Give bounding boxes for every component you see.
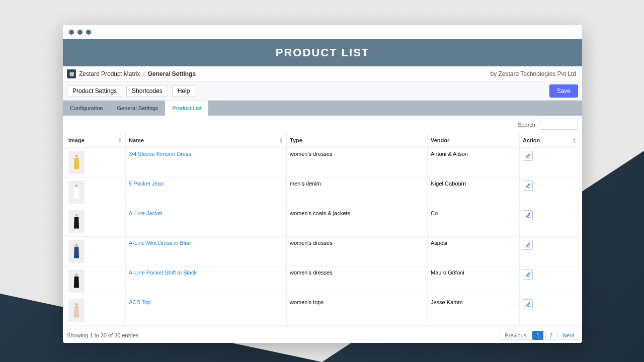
sort-icon: ▲▼: [279, 137, 283, 144]
cell-vendor: Mauro Grifoni: [427, 266, 519, 296]
cell-action: [520, 237, 580, 266]
table-row: A-Line Pocket Shift in Blackwomen's dres…: [65, 266, 580, 296]
window-titlebar: [63, 25, 582, 39]
product-table: Image ▲▼ Name ▲▼ Type Vendor Action: [65, 133, 580, 326]
product-thumbnail[interactable]: [68, 240, 85, 263]
page-banner: PRODUCT LIST: [63, 39, 582, 66]
th-action[interactable]: Action ▲▼: [520, 133, 580, 148]
vendor-credit: by Zestard Technologies Pvt Ltd: [490, 70, 578, 77]
edit-action-button[interactable]: [523, 269, 533, 280]
help-button[interactable]: Help: [172, 85, 196, 97]
search-input[interactable]: [540, 120, 578, 130]
shortcodes-button[interactable]: Shortcodes: [126, 85, 168, 97]
svg-point-3: [75, 244, 77, 246]
table-row: 3/4 Sleeve Kimono Dresswomen's dressesAn…: [65, 148, 580, 177]
breadcrumb-app[interactable]: Zestard Product Matrix: [79, 70, 140, 77]
page-next[interactable]: Next: [558, 331, 578, 340]
cell-action: [520, 296, 580, 326]
edit-action-button[interactable]: [523, 210, 533, 220]
pagination: Previous 1 2 Next: [501, 331, 578, 340]
cell-image: [65, 148, 126, 177]
sort-icon: ▲▼: [572, 137, 577, 144]
page-previous[interactable]: Previous: [501, 331, 530, 340]
table-row: 5 Pocket Jeanmen's denimNigel Cabourn: [65, 177, 580, 207]
table-row: A-Line Mini Dress in Bluewomen's dresses…: [65, 237, 580, 266]
cell-name: 3/4 Sleeve Kimono Dress: [126, 148, 287, 177]
tab-general-settings[interactable]: General Settings: [110, 101, 165, 116]
table-footer: Showing 1 to 20 of 30 entries Previous 1…: [63, 327, 582, 343]
cell-vendor: Antoni & Alison: [427, 148, 519, 177]
page-2[interactable]: 2: [545, 331, 556, 340]
edit-action-button[interactable]: [523, 240, 533, 250]
cell-action: [520, 148, 580, 177]
tabs: Configuration General Settings Product L…: [63, 101, 582, 116]
table-row: A-Line Jacketwomen's coats & jacketsCo: [65, 207, 580, 237]
cell-type: women's dresses: [287, 237, 428, 266]
cell-type: women's tops: [287, 296, 428, 326]
window-dot[interactable]: [69, 30, 74, 35]
search-label: Search:: [518, 122, 537, 128]
svg-point-2: [75, 214, 77, 217]
save-button[interactable]: Save: [549, 84, 578, 98]
edit-action-button[interactable]: [523, 299, 533, 309]
cell-type: women's dresses: [287, 148, 428, 177]
cell-image: [65, 207, 126, 237]
product-name-link[interactable]: ACB Top: [129, 299, 150, 305]
banner-title: PRODUCT LIST: [276, 46, 370, 59]
sort-icon: ▲▼: [118, 137, 122, 144]
cell-name: A-Line Jacket: [126, 207, 287, 237]
cell-vendor: Jesse Kamm: [427, 296, 519, 326]
edit-action-button[interactable]: [523, 180, 533, 191]
cell-action: [520, 207, 580, 237]
app-window: PRODUCT LIST ▦ Zestard Product Matrix / …: [63, 25, 582, 343]
cell-name: ACB Top: [126, 296, 287, 326]
cell-action: [520, 266, 580, 296]
cell-type: men's denim: [287, 177, 428, 207]
product-thumbnail[interactable]: [68, 210, 85, 233]
cell-image: [65, 266, 126, 296]
tab-configuration[interactable]: Configuration: [63, 101, 110, 116]
product-name-link[interactable]: 5 Pocket Jean: [129, 180, 164, 187]
product-name-link[interactable]: A-Line Jacket: [129, 210, 163, 216]
tab-product-list[interactable]: Product List: [165, 101, 208, 116]
breadcrumb: ▦ Zestard Product Matrix / General Setti…: [63, 66, 582, 81]
page-1[interactable]: 1: [532, 331, 543, 340]
cell-vendor: Aspesi: [427, 237, 519, 266]
th-vendor[interactable]: Vendor: [427, 133, 519, 148]
toolbar: Product Settings Shortcodes Help Save: [63, 81, 582, 101]
cell-type: women's dresses: [287, 266, 428, 296]
product-name-link[interactable]: A-Line Mini Dress in Blue: [129, 240, 191, 246]
cell-image: [65, 237, 126, 266]
product-name-link[interactable]: 3/4 Sleeve Kimono Dress: [129, 151, 191, 157]
edit-action-button[interactable]: [523, 151, 533, 161]
cell-type: women's coats & jackets: [287, 207, 428, 237]
breadcrumb-page: General Settings: [148, 70, 196, 77]
cell-action: [520, 177, 580, 207]
product-thumbnail[interactable]: [68, 180, 85, 204]
cell-vendor: Nigel Cabourn: [427, 177, 519, 207]
th-type[interactable]: Type: [287, 133, 428, 148]
th-name[interactable]: Name ▲▼: [126, 133, 287, 148]
product-name-link[interactable]: A-Line Pocket Shift in Black: [129, 269, 197, 276]
cell-name: A-Line Pocket Shift in Black: [126, 266, 287, 296]
th-image[interactable]: Image ▲▼: [65, 133, 126, 148]
product-table-wrap: Image ▲▼ Name ▲▼ Type Vendor Action: [63, 133, 582, 327]
cell-image: [65, 177, 126, 207]
product-thumbnail[interactable]: [68, 299, 85, 322]
svg-point-5: [75, 303, 77, 306]
cell-name: 5 Pocket Jean: [126, 177, 287, 207]
svg-point-1: [75, 185, 77, 187]
search-row: Search:: [63, 116, 582, 133]
table-row: ACB Topwomen's topsJesse Kamm: [65, 296, 580, 326]
window-dot[interactable]: [77, 30, 83, 35]
showing-entries: Showing 1 to 20 of 30 entries: [67, 332, 138, 338]
cell-image: [65, 296, 126, 326]
product-settings-button[interactable]: Product Settings: [67, 85, 122, 97]
product-thumbnail[interactable]: [68, 269, 85, 293]
product-thumbnail[interactable]: [68, 151, 85, 174]
breadcrumb-separator: /: [143, 70, 144, 77]
app-logo-icon: ▦: [67, 69, 76, 78]
window-dot[interactable]: [86, 30, 91, 35]
cell-name: A-Line Mini Dress in Blue: [126, 237, 287, 266]
svg-point-4: [75, 274, 77, 276]
